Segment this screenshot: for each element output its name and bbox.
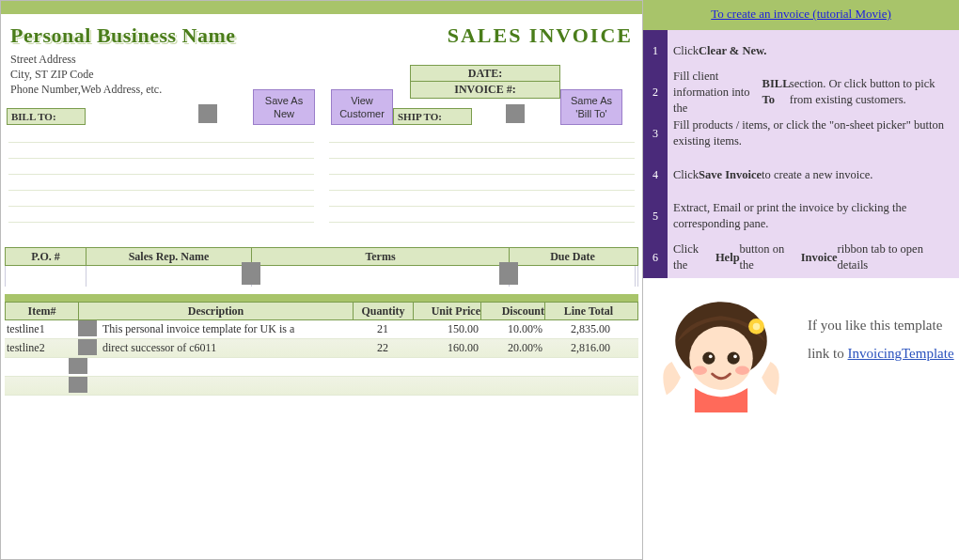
items-header-row: Item# Description Quantity Unit Price Di… bbox=[5, 302, 638, 320]
date-label: DATE: bbox=[410, 65, 560, 82]
item-picker-icon[interactable] bbox=[69, 358, 87, 374]
footer-text-2: link to bbox=[808, 346, 848, 361]
po-header-row: P.O. # Sales Rep. Name Terms Due Date bbox=[5, 247, 638, 266]
tip-text: Click Clear & New. bbox=[668, 30, 959, 71]
shipto-line[interactable] bbox=[329, 207, 635, 223]
terms-header: Terms bbox=[252, 248, 510, 265]
help-side-panel: To create an invoice (tutorial Movie) 12… bbox=[643, 0, 959, 560]
tutorial-link[interactable]: To create an invoice (tutorial Movie) bbox=[711, 7, 890, 21]
due-date-header: Due Date bbox=[510, 248, 636, 265]
item-picker-icon[interactable] bbox=[69, 377, 87, 393]
footer-text-1: If you like this template bbox=[808, 311, 954, 339]
item-picker-icon[interactable] bbox=[78, 339, 97, 355]
billto-line[interactable] bbox=[8, 127, 314, 143]
picker-billto-icon[interactable] bbox=[198, 104, 217, 123]
shipto-line[interactable] bbox=[329, 191, 635, 207]
bill-to-header: BILL TO: bbox=[7, 108, 86, 125]
item-price[interactable]: 150.00 bbox=[413, 320, 480, 338]
billto-line[interactable] bbox=[8, 191, 314, 207]
tutorial-link-bar: To create an invoice (tutorial Movie) bbox=[643, 0, 959, 30]
invoice-number-label: INVOICE #: bbox=[410, 82, 560, 99]
billto-line[interactable] bbox=[8, 143, 314, 159]
save-as-new-button[interactable]: Save As New bbox=[253, 89, 315, 125]
sales-rep-header: Sales Rep. Name bbox=[86, 248, 252, 265]
svg-point-9 bbox=[753, 323, 761, 331]
green-separator bbox=[5, 294, 638, 302]
invoicing-template-link[interactable]: InvoicingTemplate bbox=[848, 346, 954, 361]
item-discount[interactable]: 20.00% bbox=[480, 339, 544, 357]
col-item: Item# bbox=[6, 303, 79, 319]
invoice-title: SALES INVOICE bbox=[448, 23, 633, 48]
svg-point-6 bbox=[693, 366, 707, 375]
col-line-total: Line Total bbox=[545, 303, 613, 319]
ship-to-header: SHIP TO: bbox=[393, 108, 472, 125]
tip-text: Click the Help button on the Invoice rib… bbox=[668, 237, 959, 278]
item-qty[interactable]: 22 bbox=[353, 339, 413, 357]
tip-number: 1 bbox=[643, 30, 668, 71]
item-code[interactable]: testline1 bbox=[5, 320, 78, 338]
item-total: 2,835.00 bbox=[544, 320, 612, 338]
billto-line[interactable] bbox=[8, 175, 314, 191]
svg-point-5 bbox=[733, 354, 737, 358]
date-invoice-box: DATE: INVOICE #: bbox=[410, 65, 560, 99]
shipto-line[interactable] bbox=[329, 127, 635, 143]
tip-number: 3 bbox=[643, 113, 668, 154]
terms-picker-icon[interactable] bbox=[499, 262, 518, 285]
item-code[interactable]: testline2 bbox=[5, 339, 78, 357]
item-price[interactable]: 160.00 bbox=[413, 339, 480, 357]
item-desc[interactable]: direct successor of c6011 bbox=[102, 341, 216, 354]
svg-point-1 bbox=[689, 326, 753, 390]
item-discount[interactable]: 10.00% bbox=[480, 320, 544, 338]
tip-text: Fill products / items, or click the "on-… bbox=[668, 113, 959, 154]
view-customer-button[interactable]: View Customer bbox=[331, 89, 393, 125]
billto-line[interactable] bbox=[8, 207, 314, 223]
item-desc[interactable]: This personal invoice template for UK is… bbox=[102, 322, 294, 335]
po-number-header: P.O. # bbox=[6, 248, 86, 265]
tips-panel: 123456 Click Clear & New.Fill client inf… bbox=[643, 30, 959, 278]
col-discount: Discount bbox=[481, 303, 545, 319]
item-row[interactable]: testline2 direct successor of c6011 22 1… bbox=[5, 339, 638, 358]
tip-number: 4 bbox=[643, 154, 668, 195]
svg-point-7 bbox=[735, 366, 749, 375]
tip-text: Click Save Invoice to create a new invoi… bbox=[668, 154, 959, 195]
item-picker-icon[interactable] bbox=[78, 320, 97, 336]
invoice-sheet: Personal Business Name SALES INVOICE Str… bbox=[0, 0, 643, 560]
tip-number: 5 bbox=[643, 195, 668, 237]
tip-text: Fill client information into the BILL To… bbox=[668, 71, 959, 113]
billto-line[interactable] bbox=[8, 159, 314, 175]
girl-illustration bbox=[651, 289, 792, 412]
tip-number: 6 bbox=[643, 237, 668, 278]
po-input-row[interactable] bbox=[5, 266, 638, 287]
svg-point-3 bbox=[728, 352, 740, 365]
item-total: 2,816.00 bbox=[544, 339, 612, 357]
item-row[interactable] bbox=[5, 358, 638, 377]
shipto-line[interactable] bbox=[329, 175, 635, 191]
svg-point-4 bbox=[709, 354, 713, 358]
top-green-bar bbox=[1, 1, 642, 14]
col-unit-price: Unit Price bbox=[414, 303, 481, 319]
item-qty[interactable]: 21 bbox=[353, 320, 413, 338]
col-description: Description bbox=[79, 303, 354, 319]
item-row[interactable]: testline1 This personal invoice template… bbox=[5, 320, 638, 339]
svg-point-2 bbox=[702, 352, 715, 365]
same-as-billto-button[interactable]: Same As 'Bill To' bbox=[560, 89, 622, 125]
shipto-line[interactable] bbox=[329, 143, 635, 159]
tip-number: 2 bbox=[643, 71, 668, 113]
item-row[interactable] bbox=[5, 377, 638, 396]
tip-text: Extract, Email or print the invoice by c… bbox=[668, 195, 959, 237]
shipto-line[interactable] bbox=[329, 159, 635, 175]
col-quantity: Quantity bbox=[354, 303, 414, 319]
picker-shipto-icon[interactable] bbox=[506, 104, 525, 123]
